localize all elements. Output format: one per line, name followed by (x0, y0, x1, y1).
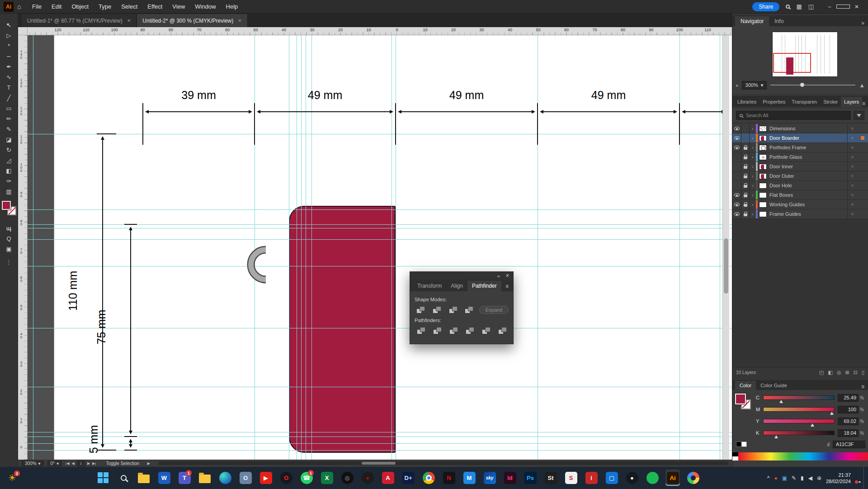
expand-arrow-icon[interactable]: › (750, 126, 756, 131)
expand-arrow-icon[interactable]: › (750, 145, 756, 150)
taskbar-info-app[interactable]: i (584, 470, 599, 486)
tray-pen-icon[interactable]: ✎ (792, 475, 796, 481)
slider-handle-icon[interactable] (774, 433, 778, 438)
play-icon[interactable]: ▶ (147, 461, 150, 465)
lock-toggle[interactable] (741, 133, 750, 142)
rotate-tool[interactable]: ↻ (1, 145, 17, 155)
slider-handle-icon[interactable] (830, 410, 834, 415)
channel-value-field[interactable]: 100 (838, 406, 859, 413)
new-layer-icon[interactable]: ⊡ (854, 370, 858, 375)
visibility-toggle[interactable] (732, 181, 741, 190)
close-panel-icon[interactable]: ✕ (505, 273, 509, 279)
lock-toggle[interactable] (741, 162, 750, 171)
layer-row[interactable]: ›Door Hole○ (732, 181, 868, 190)
visibility-toggle[interactable] (732, 133, 741, 142)
menu-file[interactable]: File (28, 1, 46, 12)
rectangle-tool[interactable]: ▭ (1, 103, 17, 114)
artboard-nav-arrow[interactable]: ▶| (92, 461, 96, 465)
layer-name[interactable]: Door Outer (767, 173, 847, 179)
menu-effect[interactable]: Effect (143, 1, 167, 12)
pathfinder-tab-align[interactable]: Align (446, 281, 467, 291)
taskbar-edge[interactable] (218, 470, 232, 486)
layer-row[interactable]: ›Working Guides○ (732, 200, 868, 209)
share-button[interactable]: Share (752, 2, 779, 11)
artboard-nav-arrow[interactable]: ▶ (87, 461, 90, 465)
slider-handle-icon[interactable] (779, 398, 783, 403)
pathfinder-minus-back[interactable] (496, 326, 509, 336)
taskbar-netflix[interactable]: N (442, 470, 456, 486)
zoom-level-dropdown[interactable]: 300%▾ (22, 461, 44, 466)
channel-slider[interactable] (763, 407, 835, 412)
eyedropper-tool[interactable]: ✑ (1, 176, 17, 186)
pathfinder-titlebar[interactable]: « ✕ (410, 272, 513, 280)
pathfinder-merge[interactable] (447, 326, 460, 336)
hand-tool[interactable]: ɰ (1, 223, 17, 233)
notification-center[interactable] (855, 475, 859, 481)
tab-transparen[interactable]: Transparen (788, 97, 820, 107)
taskbar-sphere-app[interactable]: ◍ (340, 470, 354, 486)
tab-layers[interactable]: Layers (841, 97, 862, 107)
document-tab[interactable]: Untitled-1* @ 60.77 % (CMYK/Preview)✕ (22, 14, 137, 27)
menu-view[interactable]: View (168, 1, 189, 12)
color-spectrum-bar[interactable] (732, 452, 868, 461)
fill-swatch[interactable] (2, 201, 11, 210)
layer-name[interactable]: Frame Guides (767, 211, 847, 217)
tray-battery-icon[interactable]: ▮ (801, 475, 804, 481)
taskbar-folder[interactable] (198, 470, 212, 486)
visibility-toggle[interactable] (732, 143, 741, 152)
layer-row[interactable]: ›Portholes Frame○ (732, 143, 868, 152)
visibility-toggle[interactable] (732, 152, 741, 161)
target-circle-icon[interactable]: ○ (847, 200, 857, 209)
tray-volume-icon[interactable]: ◀ (808, 475, 812, 481)
tab-info[interactable]: Info (769, 16, 789, 26)
menu-window[interactable]: Window (190, 1, 220, 12)
lock-toggle[interactable] (741, 171, 750, 180)
expand-arrow-icon[interactable]: › (750, 183, 756, 188)
expand-arrow-icon[interactable]: › (750, 136, 756, 141)
layer-row[interactable]: ›Door Boarder○ (732, 133, 868, 143)
target-circle-icon[interactable]: ○ (847, 133, 857, 142)
layer-row[interactable]: ›Dimensions○ (732, 124, 868, 133)
taskbar-youtube[interactable]: ▶ (259, 470, 273, 486)
door-shape[interactable] (289, 206, 396, 453)
shape-mode-exclude[interactable] (463, 305, 476, 315)
taskbar-start[interactable] (96, 470, 110, 486)
taskbar-search[interactable] (116, 470, 131, 486)
collapse-panels-icon[interactable]: » (861, 20, 865, 26)
taskbar-indesign[interactable]: Id (503, 470, 517, 486)
tab-close-icon[interactable]: ✕ (238, 18, 241, 23)
close-button[interactable]: ✕ (850, 4, 863, 10)
pathfinder-tab-pathfinder[interactable]: Pathfinder (467, 281, 501, 291)
taskbar-illustrator[interactable]: Ai (665, 470, 680, 486)
target-circle-icon[interactable]: ○ (847, 162, 857, 171)
locate-object-icon[interactable]: ◎ (837, 370, 841, 375)
gradient-tool[interactable]: ◧ (1, 166, 17, 176)
layer-row[interactable]: ›Flat Boxes○ (732, 190, 868, 200)
menu-select[interactable]: Select (117, 1, 142, 12)
menu-type[interactable]: Type (94, 1, 116, 12)
channel-value-field[interactable]: 25.49 (838, 394, 859, 402)
edit-toolbar-icon[interactable]: ⋮ (6, 259, 12, 266)
visibility-toggle[interactable] (732, 190, 741, 199)
fill-color-well[interactable] (735, 394, 746, 404)
menu-object[interactable]: Object (67, 1, 93, 12)
artboard-nav-arrow[interactable]: |◀ (66, 461, 69, 465)
tab-color-guide[interactable]: Color Guide (756, 381, 792, 390)
horizontal-scrollbar-handle[interactable] (362, 462, 396, 465)
expand-arrow-icon[interactable]: › (750, 193, 756, 198)
lasso-tool[interactable]: ∽ (1, 51, 17, 62)
eraser-tool[interactable]: ◪ (1, 134, 17, 145)
taskbar-outlook[interactable]: O (238, 470, 253, 486)
visibility-toggle[interactable] (732, 209, 741, 218)
taskbar-solidworks[interactable]: S (564, 470, 578, 486)
taskbar-weather-widget[interactable]: ☀ 2 (5, 470, 20, 485)
expand-arrow-icon[interactable]: › (750, 202, 756, 207)
menu-help[interactable]: Help (222, 1, 243, 12)
door-handle-shape[interactable] (243, 242, 288, 287)
black-swatch[interactable] (736, 442, 741, 447)
target-circle-icon[interactable]: ○ (847, 143, 857, 152)
shape-mode-minus-front[interactable] (431, 305, 443, 315)
taskbar-green-app[interactable] (645, 470, 660, 486)
layer-row[interactable]: ›Porthole Glass○ (732, 152, 868, 162)
layer-name[interactable]: Door Hole (767, 183, 847, 188)
